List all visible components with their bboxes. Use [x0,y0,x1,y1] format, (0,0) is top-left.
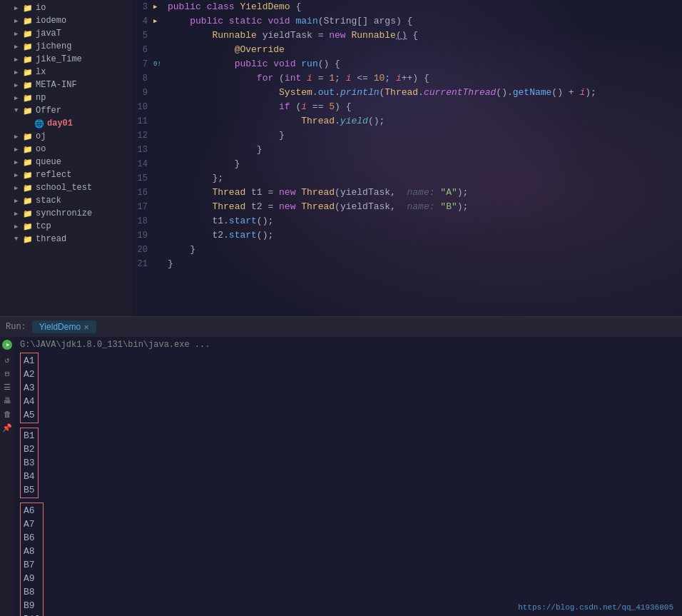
run-sidebar-print[interactable]: 🖶 [4,396,11,405]
sidebar-item-school_test[interactable]: ▶ 📁 school_test [0,181,132,194]
line-content-7: public void run() { [165,57,682,71]
special-icon-day01: 🌐 [34,119,44,128]
line-arrow-3: ▶ [153,0,165,14]
run-sidebar-rerun[interactable]: ↺ [5,355,10,365]
run-tab-yielddemo[interactable]: YieldDemo ✕ [32,320,96,333]
output-line-B4: B4 [24,470,35,483]
line-num-4: 4 [132,14,153,29]
sidebar-label-io: io [36,3,46,13]
collapse-arrow-jicheng: ▶ [14,43,23,51]
code-line-14: 14 } [132,157,682,171]
run-sidebar-list[interactable]: ☰ [4,383,11,392]
output-group-1: A1 A2 A3 A4 A5 [20,353,39,423]
code-line-11: 11 Thread.yield(); [132,114,682,128]
sidebar-item-thread[interactable]: ▼ 📁 thread [0,233,132,246]
run-sidebar-pin[interactable]: 📌 [2,423,12,433]
line-content-10: if (i == 5) { [165,100,682,114]
sidebar-label-Offer: Offer [36,106,61,116]
line-content-19: t2.start(); [165,228,682,243]
line-num-3: 3 [132,0,153,14]
run-cmd: G:\JAVA\jdk1.8.0_131\bin\java.exe ... [20,340,676,350]
collapse-arrow-np: ▶ [14,94,23,102]
sidebar-label-reflect: reflect [36,170,71,180]
folder-icon-javaT: 📁 [23,29,33,39]
line-num-6: 6 [132,43,153,57]
folder-icon-tcp: 📁 [23,222,33,231]
sidebar-label-tcp: tcp [36,221,51,231]
sidebar-item-day01[interactable]: 🌐 day01 [0,117,132,130]
sidebar-item-oj[interactable]: ▶ 📁 oj [0,130,132,143]
line-content-3: public class YieldDemo { [165,0,682,14]
collapse-arrow-Offer: ▼ [14,107,23,114]
line-content-13: } [165,143,682,157]
run-tab-bar: Run: YieldDemo ✕ [0,317,682,337]
folder-icon-iodemo: 📁 [23,16,33,26]
sidebar-item-javaT[interactable]: ▶ 📁 javaT [0,27,132,40]
collapse-arrow-stack: ▶ [14,197,23,205]
code-line-7: 7 0! public void run() { [132,57,682,71]
run-sidebar-stop[interactable]: ⊟ [5,369,10,378]
editor-area: 3 ▶ public class YieldDemo { 4 ▶ public … [132,0,682,316]
sidebar-item-reflect[interactable]: ▶ 📁 reflect [0,168,132,181]
line-content-12: } [165,128,682,143]
sidebar-label-thread: thread [36,234,66,244]
sidebar-item-iodemo[interactable]: ▶ 📁 iodemo [0,14,132,27]
ide-container: ▶ 📁 io ▶ 📁 iodemo ▶ 📁 javaT ▶ 📁 jicheng [0,0,682,316]
code-line-19: 19 t2.start(); [132,228,682,243]
sidebar-item-np[interactable]: ▶ 📁 np [0,91,132,104]
sidebar-item-tcp[interactable]: ▶ 📁 tcp [0,220,132,233]
sidebar-label-jicheng: jicheng [36,41,71,51]
line-content-11: Thread.yield(); [165,114,682,128]
line-arrow-7: 0! [153,57,165,71]
output-line-B10: B10 [24,612,40,616]
sidebar-item-oo[interactable]: ▶ 📁 oo [0,143,132,156]
line-content-5: Runnable yieldTask = new Runnable() { [165,29,682,43]
run-output: G:\JAVA\jdk1.8.0_131\bin\java.exe ... A1… [14,337,682,616]
sidebar-item-stack[interactable]: ▶ 📁 stack [0,194,132,207]
output-groups: A1 A2 A3 A4 A5 B1 B2 B3 B4 B5 A6 A7 [20,353,676,616]
sidebar-item-io[interactable]: ▶ 📁 io [0,1,132,14]
line-content-17: Thread t2 = new Thread(yieldTask, name: … [165,200,682,214]
sidebar-label-javaT: javaT [36,29,61,39]
folder-icon-stack: 📁 [23,196,33,206]
line-num-14: 14 [132,157,153,171]
run-panel: Run: YieldDemo ✕ ▶ ↺ ⊟ ☰ 🖶 🗑 📌 G:\JAVA\j… [0,316,682,616]
collapse-arrow-reflect: ▶ [14,171,23,179]
line-content-20: } [165,243,682,257]
code-line-12: 12 } [132,128,682,143]
output-group-2: B1 B2 B3 B4 B5 [20,428,39,498]
run-tab-close-icon[interactable]: ✕ [83,323,89,331]
folder-icon-jike_Time: 📁 [23,55,33,64]
sidebar-item-synchronize[interactable]: ▶ 📁 synchronize [0,207,132,220]
sidebar-item-queue[interactable]: ▶ 📁 queue [0,156,132,168]
output-line-A4: A4 [24,395,35,408]
collapse-arrow-javaT: ▶ [14,30,23,38]
line-num-13: 13 [132,143,153,157]
code-line-18: 18 t1.start(); [132,214,682,228]
code-editor[interactable]: 3 ▶ public class YieldDemo { 4 ▶ public … [132,0,682,316]
folder-icon-META-INF: 📁 [23,81,33,90]
sidebar-item-jike_Time[interactable]: ▶ 📁 jike_Time [0,53,132,66]
sidebar-item-META-INF[interactable]: ▶ 📁 META-INF [0,79,132,91]
code-line-16: 16 Thread t1 = new Thread(yieldTask, nam… [132,186,682,200]
line-arrow-4: ▶ [153,14,165,29]
code-line-15: 15 }; [132,171,682,186]
collapse-arrow-jike_Time: ▶ [14,56,23,64]
code-line-4: 4 ▶ public static void main(String[] arg… [132,14,682,29]
output-line-B5: B5 [24,483,35,497]
collapse-arrow-lx: ▶ [14,69,23,76]
sidebar-item-jicheng[interactable]: ▶ 📁 jicheng [0,40,132,53]
code-line-21: 21 } [132,257,682,271]
sidebar-item-Offer[interactable]: ▼ 📁 Offer [0,104,132,117]
code-line-5: 5 Runnable yieldTask = new Runnable() { [132,29,682,43]
collapse-arrow-io: ▶ [14,4,23,12]
line-num-20: 20 [132,243,153,257]
collapse-arrow-queue: ▶ [14,158,23,166]
run-sidebar-trash[interactable]: 🗑 [4,410,11,419]
collapse-arrow-iodemo: ▶ [14,17,23,25]
sidebar-item-lx[interactable]: ▶ 📁 lx [0,66,132,79]
run-play-button[interactable]: ▶ [2,340,12,350]
collapse-arrow-oo: ▶ [14,146,23,153]
output-line-A8: A8 [24,545,40,558]
sidebar-label-jike_Time: jike_Time [36,54,82,64]
